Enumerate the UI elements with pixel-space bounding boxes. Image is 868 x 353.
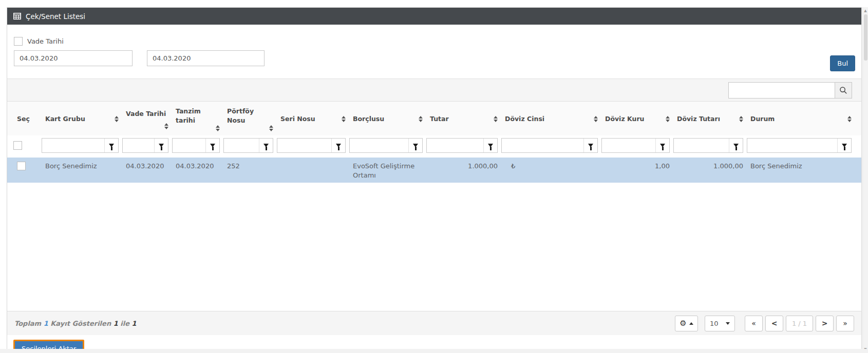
funnel-icon: [488, 144, 493, 147]
date-to-input[interactable]: [147, 50, 265, 66]
cell-doviz-kuru: 1,00: [601, 158, 673, 183]
column-header-borclusu[interactable]: Borçlusu: [349, 102, 426, 135]
filter-input-doviz-kuru[interactable]: [602, 139, 655, 152]
scrollbar-up-arrow[interactable]: ▲: [863, 8, 868, 13]
shown-from: 1: [114, 320, 118, 327]
filter-button[interactable]: [104, 139, 118, 152]
sort-icon[interactable]: [739, 116, 743, 122]
sort-icon[interactable]: [594, 116, 598, 122]
column-header-doviz-cinsi[interactable]: Döviz Cinsi: [501, 102, 601, 135]
bul-button[interactable]: Bul: [830, 55, 855, 71]
search-input[interactable]: [728, 82, 835, 99]
filter-button[interactable]: [408, 139, 422, 152]
column-header-vade-tarihi[interactable]: Vade Tarihi: [122, 102, 172, 135]
date-from-input[interactable]: [14, 50, 133, 66]
funnel-icon: [842, 144, 847, 147]
sort-icon[interactable]: [342, 116, 346, 122]
caret-up-icon: [689, 322, 693, 325]
page: Çek/Senet Listesi Vade Tarihi Bul: [0, 0, 868, 353]
column-header-portfoy-nosu[interactable]: Pörtföy Nosu: [223, 102, 277, 135]
page-title: Çek/Senet Listesi: [26, 12, 85, 21]
funnel-icon: [733, 144, 739, 147]
cell-doviz-cinsi: ₺: [501, 158, 601, 183]
gear-icon: ⚙: [680, 320, 686, 327]
page-size-select[interactable]: 10: [705, 316, 735, 331]
cell-durum: Borç Senedimiz: [747, 158, 855, 183]
column-header-kart-grubu[interactable]: Kart Grubu: [42, 102, 122, 135]
filter-button[interactable]: [583, 139, 597, 152]
column-header-doviz-tutari[interactable]: Döviz Tutarı: [673, 102, 747, 135]
funnel-icon: [210, 144, 215, 147]
vade-tarihi-label: Vade Tarihi: [27, 37, 64, 45]
filter-button[interactable]: [837, 139, 851, 152]
cell-kart-grubu: Borç Senedimiz: [42, 158, 122, 183]
sort-icon[interactable]: [164, 123, 168, 129]
sort-icon[interactable]: [269, 125, 273, 131]
sort-icon[interactable]: [847, 116, 852, 122]
panel-titlebar: Çek/Senet Listesi: [7, 8, 861, 25]
cell-borclusu: EvoSoft Geliştirme Ortamı: [349, 158, 426, 183]
sort-icon[interactable]: [216, 125, 220, 131]
sort-icon[interactable]: [666, 116, 670, 122]
total-count: 1: [44, 320, 48, 327]
filter-button[interactable]: [205, 139, 219, 152]
scrollbar-thumb[interactable]: [864, 14, 867, 61]
filter-button[interactable]: [729, 139, 743, 152]
sort-icon[interactable]: [419, 116, 423, 122]
filter-input-borclusu[interactable]: [350, 139, 408, 152]
filter-input-doviz-cinsi[interactable]: [502, 139, 583, 152]
page-bottom-strip: [0, 349, 868, 353]
column-header-tanzim-tarihi[interactable]: Tanzim tarihi: [172, 102, 223, 135]
cek-senet-panel: Çek/Senet Listesi Vade Tarihi Bul: [7, 7, 862, 353]
filter-button[interactable]: [259, 139, 273, 152]
table-filter-row: [7, 135, 861, 156]
filter-input-durum[interactable]: [747, 139, 837, 152]
grid-footer: Toplam 1 Kayıt Gösterilen 1 ile 1 ⚙ 10 «…: [7, 311, 861, 335]
funnel-icon: [660, 144, 665, 147]
cell-portfoy-nosu: 252: [223, 158, 277, 183]
filter-button[interactable]: [483, 139, 497, 152]
page-indicator: 1 / 1: [786, 316, 813, 331]
filter-input-vade-tarihi[interactable]: [123, 139, 154, 152]
vertical-scrollbar[interactable]: ▲ ▼: [862, 7, 868, 353]
last-page-button[interactable]: »: [836, 316, 854, 331]
table-header-row: Seç Kart Grubu Vade Tarihi Tanzim tarihi…: [7, 102, 861, 135]
sort-icon[interactable]: [494, 116, 498, 122]
column-header-durum[interactable]: Durum: [747, 102, 855, 135]
funnel-icon: [159, 144, 164, 147]
filter-input-tanzim-tarihi[interactable]: [173, 139, 205, 152]
filter-input-doviz-tutari[interactable]: [674, 139, 729, 152]
shown-to: 1: [132, 320, 137, 327]
column-header-seri-nosu[interactable]: Seri Nosu: [277, 102, 349, 135]
table-row[interactable]: Borç Senedimiz 04.03.2020 04.03.2020 252…: [7, 158, 861, 183]
column-header-sec: Seç: [13, 102, 42, 135]
filter-input-seri-nosu[interactable]: [277, 139, 331, 152]
filter-button[interactable]: [655, 139, 669, 152]
cell-seri-nosu: [277, 158, 349, 183]
select-all-checkbox[interactable]: [13, 141, 22, 150]
search-button[interactable]: [835, 82, 852, 99]
first-page-button[interactable]: «: [745, 316, 763, 331]
sort-icon[interactable]: [115, 116, 119, 122]
table-icon: [13, 13, 21, 19]
filter-input-tutar[interactable]: [427, 139, 483, 152]
vade-tarihi-checkbox[interactable]: [14, 37, 23, 46]
record-summary: Toplam 1 Kayıt Gösterilen 1 ile 1: [14, 320, 137, 327]
next-page-button[interactable]: >: [816, 316, 834, 331]
grid-settings-button[interactable]: ⚙: [675, 316, 698, 331]
row-select-checkbox[interactable]: [17, 162, 26, 170]
search-icon: [839, 86, 847, 94]
filter-section: Vade Tarihi Bul: [7, 25, 861, 79]
cell-doviz-tutari: 1.000,00: [673, 158, 747, 183]
column-header-doviz-kuru[interactable]: Döviz Kuru: [601, 102, 673, 135]
column-header-tutar[interactable]: Tutar: [426, 102, 501, 135]
cell-tutar: 1.000,00: [426, 158, 501, 183]
funnel-icon: [263, 144, 269, 147]
cell-tanzim-tarihi: 04.03.2020: [172, 158, 223, 183]
grid-toolbar: [7, 79, 861, 102]
filter-button[interactable]: [154, 139, 168, 152]
filter-input-kart-grubu[interactable]: [42, 139, 104, 152]
filter-button[interactable]: [331, 139, 345, 152]
filter-input-portfoy-nosu[interactable]: [224, 139, 259, 152]
previous-page-button[interactable]: <: [765, 316, 783, 331]
